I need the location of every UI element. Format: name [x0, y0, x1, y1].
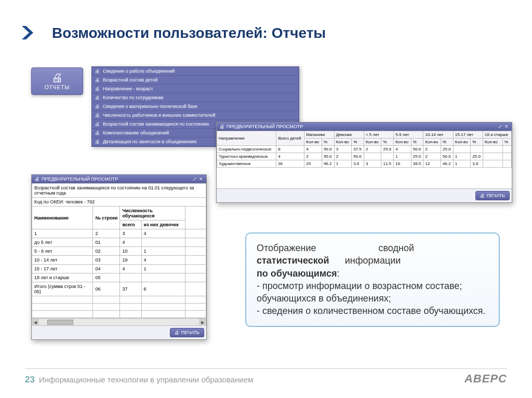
menu-item[interactable]: 🖨Численность работников и внешних совмес…: [92, 111, 299, 120]
menu-item-label: Сведения о материально-технической базе: [103, 104, 197, 109]
cell: 2: [423, 146, 441, 153]
cell: 26: [276, 160, 304, 168]
close-icon[interactable]: ✕: [199, 176, 203, 182]
cell: 37: [120, 282, 141, 296]
table-row: 5 - 9 лет02101: [32, 247, 206, 256]
cell: 05: [93, 273, 120, 282]
col-sub: Кол-во: [453, 139, 471, 146]
col-total: всего: [120, 221, 141, 229]
cell: 25.0: [441, 146, 454, 153]
cell: 1: [394, 153, 411, 160]
cell: 8: [276, 146, 304, 153]
cell: [381, 153, 394, 160]
scroll-right-icon[interactable]: ▶: [199, 319, 206, 326]
col-count: Численность обучающихся: [120, 207, 185, 221]
doc-icon: 🖨: [95, 68, 100, 74]
brand-logo: АВЕРС: [464, 372, 507, 386]
cell: 2: [304, 153, 322, 160]
info-text: Отображение: [257, 243, 316, 253]
cell: 25: [304, 160, 322, 168]
cell: [503, 153, 512, 160]
table-row: 10 - 14 лет03194: [32, 256, 206, 265]
cell: 25.0: [471, 153, 483, 160]
cell: 4: [276, 153, 304, 160]
table-row: Итого (сумма строк 01 - 05)06376: [32, 282, 206, 296]
window-footer: 🖨 ПЕЧАТЬ: [32, 325, 206, 339]
horizontal-scrollbar[interactable]: ◀ ▶: [32, 318, 206, 325]
printer-icon: 🖨: [35, 176, 39, 182]
cell: [185, 247, 206, 256]
cell: 18 лет и старше: [32, 273, 93, 282]
col-sub: %: [503, 139, 512, 146]
print-button[interactable]: 🖨 ПЕЧАТЬ: [475, 191, 510, 200]
info-text: :: [337, 268, 339, 279]
menu-item-label: Количество по сотрудникам: [103, 95, 163, 100]
menu-item[interactable]: 🖨Количество по сотрудникам: [92, 93, 299, 102]
menu-item[interactable]: 🖨Сведения о работе объединений: [92, 67, 299, 76]
scroll-thumb[interactable]: [47, 320, 73, 325]
cell: 01: [93, 238, 120, 247]
col-group: 10-14 лет: [423, 131, 453, 139]
cell: Художественное: [217, 160, 276, 168]
printer-icon: 🖨: [480, 193, 485, 198]
info-text: статистической: [257, 255, 329, 266]
slide-title: Возможности пользователей: Отчеты: [52, 25, 326, 42]
cell: [185, 282, 206, 296]
cell: 50.0: [411, 146, 423, 153]
doc-icon: 🖨: [95, 95, 100, 100]
window-title: ПРЕДВАРИТЕЛЬНЫЙ ПРОСМОТР: [42, 176, 118, 182]
col-group: Мальчики: [304, 131, 334, 139]
cell: 50.0: [441, 153, 454, 160]
cell: 2: [93, 229, 120, 238]
cell: [471, 146, 483, 153]
cell: [185, 256, 206, 265]
cell: 3.8: [352, 160, 364, 168]
close-icon[interactable]: ✕: [504, 124, 509, 129]
cell: 37.5: [352, 146, 364, 153]
okei-code: Код по ОКЕИ: человек - 792: [32, 198, 206, 207]
cell: 2: [364, 146, 381, 153]
scroll-left-icon[interactable]: ◀: [32, 319, 39, 326]
menu-item[interactable]: 🖨Возрастной состав детей: [92, 76, 299, 85]
cell: [120, 273, 141, 282]
slide-chevron-icon: [20, 25, 35, 40]
ages-table: Возрастной состав занимающихся по состоя…: [32, 183, 206, 318]
cell: [483, 153, 503, 160]
print-button[interactable]: 🖨 ПЕЧАТЬ: [170, 328, 204, 337]
cell: 2: [334, 153, 352, 160]
cell: 4: [141, 256, 185, 265]
col-sub: Кол-во: [483, 139, 503, 146]
col-sub: Кол-во: [394, 139, 411, 146]
col-sub: %: [322, 139, 334, 146]
menu-item-label: Возрастной состав детей: [103, 77, 158, 83]
expand-icon[interactable]: ⤢: [193, 176, 197, 182]
cell: 10 - 14 лет: [32, 256, 93, 265]
menu-item-label: Сведения о работе объединений: [103, 68, 175, 74]
doc-icon: 🖨: [95, 139, 100, 144]
cell: 1: [453, 160, 471, 168]
footer-text: Информационные технологии в управлении о…: [39, 375, 253, 384]
reports-button-label: ОТЧЕТЫ: [34, 85, 81, 90]
cell: 25.0: [411, 153, 423, 160]
expand-icon[interactable]: ⤢: [498, 124, 502, 129]
cell: [185, 238, 206, 247]
cell: 1: [453, 153, 471, 160]
doc-icon: 🖨: [95, 86, 100, 91]
cell: Туристско-краеведческое: [217, 153, 276, 160]
table-row: 18 лет и старше05: [32, 273, 206, 282]
menu-item[interactable]: 🖨Направление - возраст: [92, 85, 299, 93]
info-bullet: - просмотр информации о возрастном соста…: [257, 280, 488, 305]
window-titlebar[interactable]: 🖨 ПРЕДВАРИТЕЛЬНЫЙ ПРОСМОТР ⤢ ✕: [217, 122, 512, 131]
col-group: 18 и старше: [483, 131, 512, 139]
menu-item[interactable]: 🖨Сведения о материально-технической базе: [92, 102, 299, 111]
doc-icon: 🖨: [95, 104, 100, 109]
cell: 96.2: [322, 160, 334, 168]
reports-button[interactable]: 🖨 ОТЧЕТЫ: [31, 67, 83, 95]
cell: 4: [120, 238, 141, 247]
col-group: 5-9 лет: [394, 131, 423, 139]
cell: 38.5: [411, 160, 423, 168]
window-titlebar[interactable]: 🖨 ПРЕДВАРИТЕЛЬНЫЙ ПРОСМОТР ⤢ ✕: [32, 175, 206, 183]
table-row: до 5 лет014: [32, 238, 206, 247]
cell: 50.0: [352, 153, 364, 160]
info-box: Отображение сводной статистической инфор…: [245, 232, 500, 327]
